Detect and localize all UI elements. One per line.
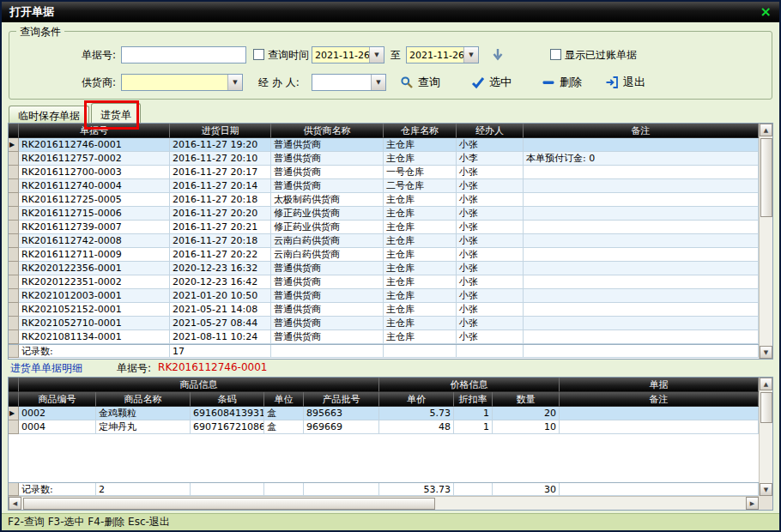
table-row[interactable]: RK2020122351-00022020-12-23 16:42普通供货商主仓… <box>9 275 759 289</box>
table-row[interactable]: RK2016112711-00092016-11-27 20:22云南白药供货商… <box>9 248 759 262</box>
group-header: 单据 <box>560 378 759 392</box>
column-header[interactable]: 进货日期 <box>170 124 271 138</box>
table-row[interactable]: RK2021052152-00012021-05-21 14:08普通供货商主仓… <box>9 303 759 317</box>
query-time-checkbox[interactable] <box>253 49 264 60</box>
table-row[interactable]: RK2021012003-00012021-01-20 10:50普通供货商主仓… <box>9 289 759 303</box>
detail-vertical-scrollbar[interactable]: ▲ ▼ <box>759 378 772 496</box>
row-indicator <box>9 248 19 262</box>
cell: 小张 <box>457 248 524 262</box>
cell: 二号仓库 <box>384 179 457 193</box>
cell <box>524 275 759 289</box>
down-arrow-icon[interactable] <box>490 47 506 63</box>
column-header[interactable]: 商品编号 <box>19 392 96 407</box>
column-header[interactable]: 商品名称 <box>96 392 191 407</box>
cell: 主仓库 <box>384 193 457 207</box>
handler-select[interactable]: ▼ <box>312 74 386 91</box>
cell: 主仓库 <box>384 289 457 303</box>
scroll-up-icon[interactable]: ▲ <box>760 378 772 390</box>
column-header[interactable]: 折扣率 <box>454 392 493 407</box>
cell: 普通供货商 <box>271 330 384 344</box>
cell: 0004 <box>19 420 96 434</box>
cell <box>191 483 264 496</box>
scroll-down-icon[interactable]: ▼ <box>760 483 772 496</box>
table-row[interactable]: ▶0002金鸡颗粒6916084139311盒8956635.73120 <box>9 407 759 420</box>
cell: 小张 <box>457 262 524 275</box>
cell: 小张 <box>457 221 524 234</box>
date-to-select[interactable]: 2021-11-26 ▼ <box>406 46 479 63</box>
cell <box>271 345 384 358</box>
scroll-left-icon[interactable]: ◀ <box>9 497 21 510</box>
row-indicator <box>9 179 19 193</box>
scroll-up-icon[interactable]: ▲ <box>760 124 772 136</box>
column-header[interactable]: 供货商名称 <box>271 124 384 138</box>
row-indicator <box>9 303 19 317</box>
column-header[interactable]: 备注 <box>524 124 759 138</box>
column-header[interactable]: 单价 <box>379 392 454 407</box>
scroll-right-icon[interactable]: ▶ <box>746 497 759 510</box>
detail-horizontal-scrollbar[interactable]: ◀ ▶ <box>9 496 759 510</box>
table-row[interactable]: RK2016112757-00022016-11-27 20:10普通供货商主仓… <box>9 152 759 166</box>
cell: 普通供货商 <box>271 289 384 303</box>
column-header[interactable]: 数量 <box>493 392 560 407</box>
chevron-down-icon[interactable]: ▼ <box>371 75 385 90</box>
date-from-select[interactable]: 2021-11-26 ▼ <box>312 46 384 63</box>
table-row[interactable]: RK2021052710-00012021-05-27 08:44普通供货商主仓… <box>9 317 759 330</box>
chevron-down-icon[interactable]: ▼ <box>463 47 478 63</box>
chevron-down-icon[interactable]: ▼ <box>227 75 242 90</box>
row-indicator: ▶ <box>9 138 19 152</box>
scroll-down-icon[interactable]: ▼ <box>760 346 772 359</box>
scrollbar-thumb[interactable] <box>760 138 772 217</box>
cell: 金鸡颗粒 <box>96 407 191 420</box>
gutter-footer <box>9 345 19 358</box>
select-button[interactable]: 选中 <box>471 73 512 92</box>
table-row[interactable]: RK2020122356-00012020-12-23 16:32普通供货商主仓… <box>9 262 759 275</box>
cell: 小张 <box>457 289 524 303</box>
column-header[interactable]: 经办人 <box>457 124 524 138</box>
chevron-down-icon[interactable]: ▼ <box>369 47 384 63</box>
table-row[interactable]: RK2021081134-00012021-08-11 10:24普通供货商主仓… <box>9 330 759 344</box>
table-row[interactable]: RK2016112739-00072016-11-27 20:21修正药业供货商… <box>9 221 759 234</box>
cell <box>560 483 759 496</box>
scrollbar-thumb[interactable] <box>23 498 435 510</box>
column-header[interactable]: 仓库名称 <box>384 124 457 138</box>
main-vertical-scrollbar[interactable]: ▲ ▼ <box>759 124 772 359</box>
scrollbar-thumb[interactable] <box>760 392 772 423</box>
table-row[interactable]: ▶RK2016112746-00012016-11-27 19:20普通供货商主… <box>9 138 759 152</box>
table-row[interactable]: RK2016112715-00062016-11-27 20:20修正药业供货商… <box>9 207 759 221</box>
detail-group-header-row: 商品信息价格信息单据 <box>9 378 759 392</box>
query-button-label: 查询 <box>418 75 440 90</box>
column-header[interactable]: 条码 <box>191 392 264 407</box>
column-header[interactable]: 产品批号 <box>304 392 379 407</box>
cell: 普通供货商 <box>271 303 384 317</box>
table-row[interactable]: RK2016112742-00082016-11-27 20:18云南白药供货商… <box>9 234 759 248</box>
cell: 6907167210867 <box>191 420 264 434</box>
main-grid: 单据号进货日期供货商名称仓库名称经办人备注 ▶RK2016112746-0001… <box>9 124 759 358</box>
cell: 主仓库 <box>384 152 457 166</box>
main-table: 单据号进货日期供货商名称仓库名称经办人备注 ▶RK2016112746-0001… <box>9 124 772 359</box>
cell <box>457 345 524 358</box>
window-title: 打开单据 <box>9 4 54 20</box>
cell: 2021-08-11 10:24 <box>170 330 271 344</box>
table-row[interactable]: RK2016112725-00052016-11-27 20:18太极制药供货商… <box>9 193 759 207</box>
tab-temp-saved-docs[interactable]: 临时保存单据 <box>9 106 89 124</box>
cell: RK2021052152-0001 <box>19 303 170 317</box>
column-header[interactable]: 单位 <box>264 392 304 407</box>
table-row[interactable]: RK2016112700-00032016-11-27 20:17普通供货商一号… <box>9 166 759 179</box>
column-header[interactable]: 备注 <box>560 392 759 407</box>
cell <box>524 303 759 317</box>
cell: 2016-11-27 20:10 <box>170 152 271 166</box>
delete-button[interactable]: 删除 <box>542 73 582 92</box>
cell: 小张 <box>457 234 524 248</box>
query-button[interactable]: 查询 <box>400 73 440 92</box>
table-row[interactable]: RK2016112740-00042016-11-27 20:14普通供货商二号… <box>9 179 759 193</box>
cell: 主仓库 <box>384 207 457 221</box>
annotation-highlight-box <box>84 100 139 130</box>
detail-table: 商品信息价格信息单据 商品编号商品名称条码单位产品批号单价折扣率数量备注 ▶00… <box>9 378 772 510</box>
cell: 53.73 <box>379 483 454 496</box>
supplier-select[interactable]: ▼ <box>121 74 243 91</box>
table-row[interactable]: 0004定坤丹丸6907167210867盒96966948110 <box>9 420 759 434</box>
exit-button[interactable]: 退出 <box>605 73 645 92</box>
close-icon[interactable]: × <box>760 5 772 19</box>
show-posted-checkbox[interactable] <box>550 49 561 60</box>
doc-no-input[interactable] <box>121 46 246 63</box>
